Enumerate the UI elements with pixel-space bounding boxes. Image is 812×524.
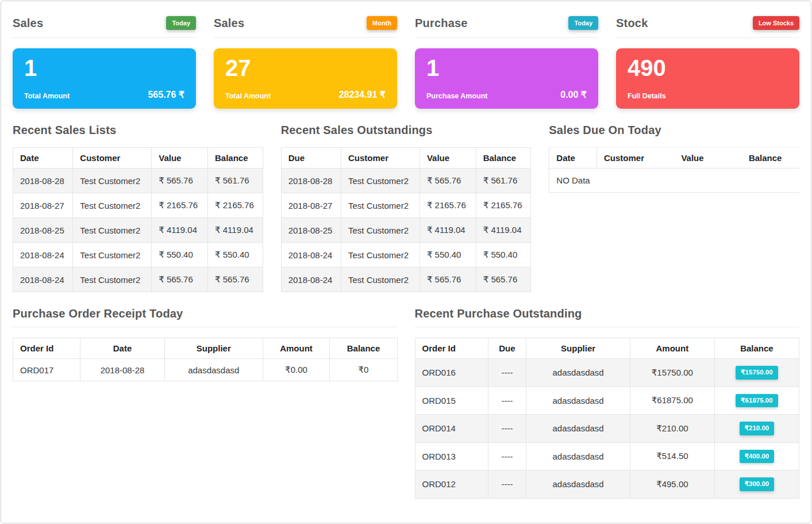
col-header-value: Value (674, 148, 741, 169)
cell-order-id: ORD017 (13, 359, 80, 381)
table-header-row: Date Customer Value Balance (13, 148, 263, 169)
stat-cards-row: Sales Today 1 Total Amount 565.76 ₹ Sale… (13, 14, 799, 109)
cell-balance: ₹0 (330, 359, 397, 381)
cell-date: 2018-08-25 (13, 218, 73, 243)
cell-order-id: ORD015 (415, 387, 488, 415)
stat-card-stock[interactable]: 490 Full Details (616, 48, 799, 109)
recent-sales-section: Recent Sales Lists Date Customer Value B… (13, 124, 263, 292)
cell-value: ₹ 565.76 (420, 267, 476, 292)
table-row: 2018-08-28 Test Customer2 ₹ 565.76 ₹ 561… (281, 169, 531, 193)
stat-card-sales-today[interactable]: 1 Total Amount 565.76 ₹ (13, 48, 196, 109)
divider (415, 327, 800, 327)
middle-tables-row: Recent Sales Lists Date Customer Value B… (13, 124, 799, 292)
stat-amount: 565.76 ₹ (148, 89, 184, 100)
col-header-supplier: Supplier (526, 338, 630, 359)
cell-due: 2018-08-24 (281, 243, 341, 267)
cell-order-id: ORD012 (415, 471, 488, 499)
cell-supplier: adasdasdasd (165, 359, 263, 381)
cell-date: 2018-08-28 (80, 359, 164, 381)
col-header-balance: Balance (714, 338, 799, 359)
purchase-receipt-section: Purchase Order Receipt Today Order Id Da… (13, 307, 398, 499)
cell-balance: ₹ 4119.04 (476, 218, 531, 243)
table-row: 2018-08-28 Test Customer2 ₹ 565.76 ₹ 561… (13, 169, 263, 193)
stat-count: 490 (628, 55, 788, 81)
cell-date: 2018-08-24 (13, 267, 73, 292)
dashboard-page: Sales Today 1 Total Amount 565.76 ₹ Sale… (1, 1, 811, 523)
section-title-purchase-outstanding: Recent Purchase Outstanding (415, 307, 800, 320)
cell-balance: ₹ 2165.76 (208, 193, 263, 218)
cell-amount: ₹495.00 (630, 471, 714, 499)
recent-sales-table: Date Customer Value Balance 2018-08-28 T… (13, 147, 263, 292)
table-row: ORD016 ---- adasdasdasd ₹15750.00 ₹15750… (415, 359, 799, 387)
table-row: 2018-08-27 Test Customer2 ₹ 2165.76 ₹ 21… (281, 193, 531, 218)
col-header-supplier: Supplier (165, 338, 263, 359)
divider (616, 37, 799, 38)
cell-customer: Test Customer2 (341, 193, 420, 218)
stat-label: Total Amount (24, 92, 70, 100)
divider (415, 37, 598, 38)
table-row: ORD012 ---- adasdasdasd ₹495.00 ₹300.00 (415, 471, 799, 499)
table-header-row: Date Customer Value Balance (549, 148, 799, 169)
cell-due: ---- (488, 387, 526, 415)
col-header-due: Due (281, 148, 341, 169)
cell-supplier: adasdasdasd (526, 442, 630, 471)
cell-value: ₹ 565.76 (420, 169, 476, 193)
cell-supplier: adasdasdasd (526, 387, 630, 415)
stat-amount: 28234.91 ₹ (339, 89, 386, 100)
purchase-outstanding-table: Order Id Due Supplier Amount Balance ORD… (415, 338, 800, 499)
stat-card-sales-month[interactable]: 27 Total Amount 28234.91 ₹ (214, 48, 397, 109)
divider (214, 37, 397, 38)
sales-outstandings-section: Recent Sales Outstandings Due Customer V… (281, 124, 532, 292)
cell-customer: Test Customer2 (341, 267, 420, 292)
period-badge-purchase-today[interactable]: Today (568, 16, 598, 30)
low-stocks-badge[interactable]: Low Stocks (753, 16, 799, 30)
table-header-row: Order Id Date Supplier Amount Balance (13, 338, 398, 359)
cell-customer: Test Customer2 (341, 169, 420, 193)
table-header-row: Due Customer Value Balance (281, 148, 531, 169)
cell-customer: Test Customer2 (73, 169, 152, 193)
cell-date: 2018-08-28 (13, 169, 73, 193)
balance-badge: ₹400.00 (740, 450, 775, 464)
cell-due: ---- (488, 471, 526, 499)
sales-month-panel: Sales Month 27 Total Amount 28234.91 ₹ (214, 14, 397, 109)
table-row: 2018-08-25 Test Customer2 ₹ 4119.04 ₹ 41… (281, 218, 531, 243)
panel-title-stock: Stock (616, 17, 648, 30)
period-badge-month[interactable]: Month (367, 16, 397, 30)
stat-card-purchase[interactable]: 1 Purchase Amount 0.00 ₹ (415, 48, 598, 109)
cell-customer: Test Customer2 (73, 218, 152, 243)
section-title-purchase-receipt: Purchase Order Receipt Today (13, 307, 398, 320)
cell-value: ₹ 2165.76 (420, 193, 476, 218)
full-details-link[interactable]: Full Details (628, 92, 666, 100)
stat-count: 1 (24, 55, 184, 81)
cell-balance: ₹400.00 (714, 442, 799, 471)
cell-customer: Test Customer2 (73, 193, 152, 218)
cell-amount: ₹15750.00 (630, 359, 714, 387)
cell-balance: ₹15750.00 (714, 359, 799, 387)
cell-value: ₹ 4119.04 (420, 218, 476, 243)
cell-value: ₹ 550.40 (152, 243, 208, 267)
bottom-tables-row: Purchase Order Receipt Today Order Id Da… (13, 307, 799, 499)
panel-title-sales-today: Sales (13, 17, 43, 30)
table-row: ORD014 ---- adasdasdasd ₹210.00 ₹210.00 (415, 415, 799, 443)
cell-order-id: ORD014 (415, 415, 488, 443)
col-header-customer: Customer (597, 148, 675, 169)
col-header-balance: Balance (742, 148, 799, 169)
cell-supplier: adasdasdasd (526, 471, 630, 499)
table-row: 2018-08-24 Test Customer2 ₹ 550.40 ₹ 550… (281, 243, 531, 267)
table-row: 2018-08-25 Test Customer2 ₹ 4119.04 ₹ 41… (13, 218, 263, 243)
cell-customer: Test Customer2 (73, 243, 152, 267)
col-header-customer: Customer (73, 148, 152, 169)
cell-date: 2018-08-27 (13, 193, 73, 218)
period-badge-today[interactable]: Today (166, 16, 196, 30)
cell-customer: Test Customer2 (73, 267, 152, 292)
col-header-due: Due (488, 338, 526, 359)
balance-badge: ₹210.00 (740, 422, 775, 435)
cell-balance: ₹ 550.40 (476, 243, 531, 267)
cell-balance: ₹ 561.76 (476, 169, 531, 193)
stat-amount: 0.00 ₹ (560, 89, 587, 100)
cell-customer: Test Customer2 (341, 243, 420, 267)
cell-due: ---- (488, 415, 526, 443)
col-header-value: Value (420, 148, 476, 169)
panel-title-purchase: Purchase (415, 17, 468, 30)
col-header-date: Date (80, 338, 164, 359)
